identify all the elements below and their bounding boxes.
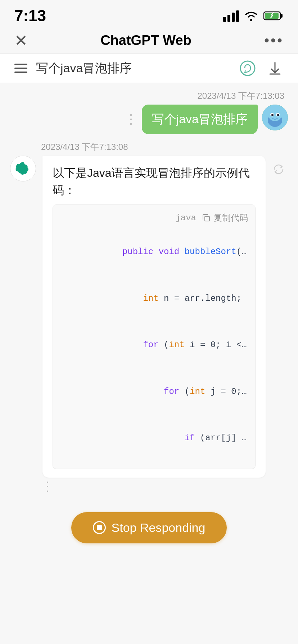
status-bar: 7:13 xyxy=(0,0,298,29)
svg-rect-3 xyxy=(236,10,239,22)
toolbar-right xyxy=(239,60,284,77)
code-lang: java xyxy=(175,213,196,223)
user-avatar-image xyxy=(262,105,288,130)
stop-icon-inner xyxy=(97,525,102,530)
copy-label: 复制代码 xyxy=(213,212,248,224)
toolbar-search-text: 写个java冒泡排序 xyxy=(36,60,132,77)
stop-responding-container: Stop Responding xyxy=(10,501,288,551)
status-icons xyxy=(223,10,284,22)
chat-history-button[interactable] xyxy=(239,60,256,77)
user-bubble: 写个java冒泡排序 xyxy=(142,105,258,134)
code-line-4: for (int j = 0; j < n - i - 1; j xyxy=(60,368,248,415)
stop-responding-label: Stop Responding xyxy=(112,521,206,535)
user-timestamp: 2023/4/13 下午7:13:03 xyxy=(197,90,284,102)
stop-icon xyxy=(93,521,106,534)
refresh-button[interactable] xyxy=(272,163,285,179)
bot-bubble-row: 以下是Java语言实现冒泡排序的示例代码： java 复制代码 xyxy=(10,156,285,478)
copy-code-button[interactable]: 复制代码 xyxy=(202,212,248,224)
user-bubble-row: ⋮ 写个java冒泡排序 xyxy=(125,105,288,134)
download-button[interactable] xyxy=(266,60,284,77)
nav-title: ChatGPT Web xyxy=(100,33,191,48)
code-header: java 复制代码 xyxy=(60,212,248,224)
bot-message-meta: 2023/4/13 下午7:13:08 xyxy=(10,141,128,153)
code-line-2: int n = arr.length; xyxy=(60,275,248,322)
svg-point-15 xyxy=(277,114,279,116)
top-nav: ✕ ChatGPT Web ••• xyxy=(0,29,298,54)
user-message-wrapper: 2023/4/13 下午7:13:03 ⋮ 写个java冒泡排序 xyxy=(10,90,288,134)
bot-bubble: 以下是Java语言实现冒泡排序的示例代码： java 复制代码 xyxy=(42,156,266,478)
user-context-dots[interactable]: ⋮ xyxy=(125,113,137,126)
toolbar: 写个java冒泡排序 xyxy=(0,54,298,83)
user-message-meta: 2023/4/13 下午7:13:03 xyxy=(197,90,288,102)
svg-point-8 xyxy=(240,61,255,75)
stop-responding-button[interactable]: Stop Responding xyxy=(71,512,227,543)
signal-icon xyxy=(223,10,239,22)
svg-rect-2 xyxy=(232,13,235,22)
close-button[interactable]: ✕ xyxy=(14,33,28,49)
chat-container: 2023/4/13 下午7:13:03 ⋮ 写个java冒泡排序 xyxy=(0,83,298,558)
svg-rect-16 xyxy=(205,216,209,221)
svg-rect-1 xyxy=(227,15,230,22)
svg-point-4 xyxy=(250,19,252,21)
code-line-1: public void bubbleSort(int[] arr) { xyxy=(60,229,248,275)
user-avatar xyxy=(262,105,288,130)
toolbar-left: 写个java冒泡排序 xyxy=(14,60,132,77)
code-line-3: for (int i = 0; i < n - 1; i++) { xyxy=(60,322,248,368)
svg-rect-0 xyxy=(223,17,226,22)
bot-avatar xyxy=(10,156,36,181)
bot-bottom-dots[interactable]: ⋮ xyxy=(10,479,55,494)
bot-side-actions xyxy=(272,156,285,179)
battery-icon xyxy=(263,10,284,22)
wifi-icon xyxy=(243,10,259,22)
code-line-5: if (arr[j] > arr[j + 1]) { xyxy=(60,415,248,461)
bot-intro-text: 以下是Java语言实现冒泡排序的示例代码： xyxy=(53,164,256,199)
code-block: java 复制代码 public void bubbleSort(int[] a… xyxy=(53,204,256,469)
more-button[interactable]: ••• xyxy=(264,32,284,49)
bot-message-wrapper: 2023/4/13 下午7:13:08 以下是Java语言实现冒泡排序的示例代码… xyxy=(10,141,288,494)
svg-rect-7 xyxy=(281,14,283,18)
svg-point-14 xyxy=(271,114,274,116)
hamburger-icon[interactable] xyxy=(14,64,27,73)
bottom-spacer xyxy=(0,558,298,644)
status-time: 7:13 xyxy=(14,7,46,25)
